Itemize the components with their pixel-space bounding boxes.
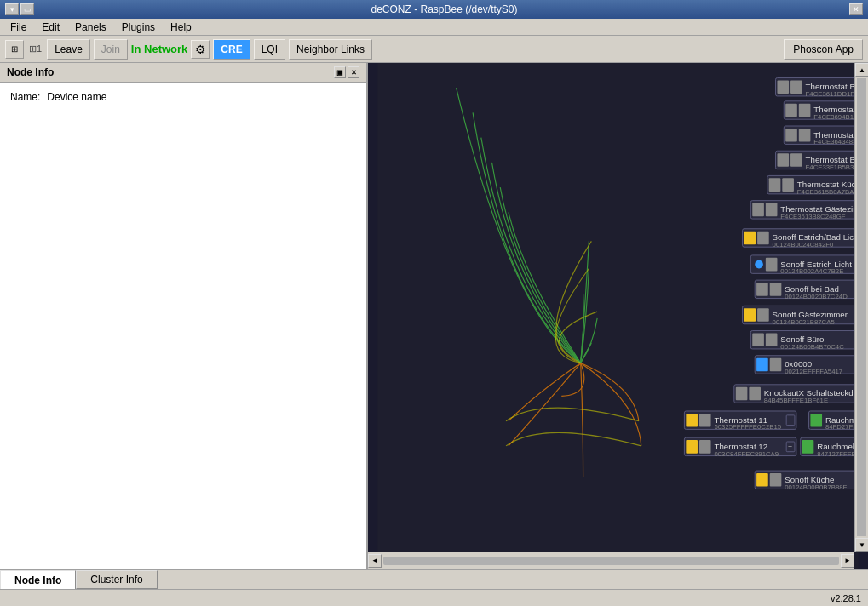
leave-button[interactable]: Leave <box>47 39 90 60</box>
svg-text:00124B00B4B70C4C: 00124B00B4B70C4C <box>780 343 844 351</box>
svg-rect-59 <box>770 283 782 296</box>
horizontal-scrollbar[interactable]: ◄ ► <box>368 552 854 569</box>
scroll-up-btn[interactable]: ▲ <box>855 63 868 77</box>
svg-text:00124B0021B87CA5: 00124B0021B87CA5 <box>773 318 835 326</box>
svg-rect-87 <box>749 387 761 401</box>
menu-plugins[interactable]: Plugins <box>115 20 162 35</box>
device-label: ⊞1 <box>27 43 43 54</box>
svg-text:00212EFFFFA5417: 00212EFFFFA5417 <box>785 368 842 375</box>
scroll-left-btn[interactable]: ◄ <box>368 554 382 568</box>
svg-rect-16 <box>785 129 797 142</box>
svg-text:+: + <box>788 443 792 451</box>
svg-rect-31 <box>782 178 794 192</box>
name-value: Device name <box>47 91 106 103</box>
svg-rect-2 <box>777 80 789 94</box>
svg-text:+: + <box>788 416 792 425</box>
main-layout: Node Info ▣ ✕ Name: Device name <box>0 63 868 569</box>
title-bar: ▾ ▭ deCONZ - RaspBee (/dev/ttyS0) ✕ <box>0 0 868 19</box>
join-button[interactable]: Join <box>94 39 128 60</box>
svg-rect-80 <box>770 358 782 372</box>
menu-edit[interactable]: Edit <box>35 20 66 35</box>
svg-rect-79 <box>756 358 768 372</box>
name-label: Name: <box>10 91 40 103</box>
network-settings-icon[interactable]: ⚙ <box>191 40 210 59</box>
network-view[interactable]: Thermostat Büro F4CE3611DD1F3AE3 + Therm… <box>368 63 868 569</box>
maximize-btn[interactable]: ▭ <box>20 3 34 15</box>
svg-text:50325FFFFFE0C2B15: 50325FFFFFE0C2B15 <box>714 423 781 431</box>
svg-rect-23 <box>777 153 789 167</box>
status-bar: Node Info Cluster Info <box>0 569 868 589</box>
menu-panels[interactable]: Panels <box>68 20 113 35</box>
svg-rect-30 <box>769 178 781 192</box>
svg-rect-66 <box>757 308 769 322</box>
version-bar: v2.28.1 <box>0 589 868 606</box>
menu-help[interactable]: Help <box>164 20 198 35</box>
in-network-label: In Network <box>131 43 187 55</box>
svg-text:F4CE3613B8C248GF: F4CE3613B8C248GF <box>780 213 845 220</box>
svg-rect-108 <box>699 440 711 454</box>
version-label: v2.28.1 <box>831 593 861 603</box>
lqi-button[interactable]: LQI <box>254 39 285 60</box>
neighbor-links-button[interactable]: Neighbor Links <box>289 39 372 60</box>
svg-rect-122 <box>770 473 782 487</box>
svg-text:00124B002A4C7B2E: 00124B002A4C7B2E <box>780 267 843 275</box>
network-canvas: Thermostat Büro F4CE3611DD1F3AE3 + Therm… <box>368 63 868 569</box>
left-panel: Node Info ▣ ✕ Name: Device name <box>0 63 368 569</box>
svg-text:84B45BFFFE1BF61E: 84B45BFFFE1BF61E <box>764 397 828 404</box>
node-info-content: Name: Device name <box>0 83 366 569</box>
restore-btn[interactable]: ▣ <box>334 66 346 78</box>
network-icon[interactable]: ⊞ <box>5 40 24 59</box>
scroll-down-btn[interactable]: ▼ <box>855 538 868 552</box>
node-info-title: Node Info <box>7 66 54 78</box>
scroll-right-btn[interactable]: ► <box>841 554 854 568</box>
svg-rect-121 <box>756 473 768 487</box>
svg-rect-37 <box>752 203 764 217</box>
svg-text:003C84FFEC891CA9: 003C84FFEC891CA9 <box>714 450 779 458</box>
svg-point-51 <box>755 260 763 269</box>
svg-rect-24 <box>790 153 802 167</box>
svg-rect-107 <box>686 440 698 454</box>
phoscon-button[interactable]: Phoscon App <box>784 39 863 60</box>
svg-rect-94 <box>699 414 711 427</box>
svg-rect-58 <box>756 283 768 296</box>
menu-bar: File Edit Panels Plugins Help <box>0 19 868 36</box>
minimize-btn[interactable]: ▾ <box>5 3 19 15</box>
svg-rect-72 <box>752 333 764 346</box>
svg-rect-10 <box>799 104 811 117</box>
svg-text:00124B0020B7C24D: 00124B0020B7C24D <box>785 293 848 300</box>
svg-rect-17 <box>799 129 811 142</box>
svg-rect-3 <box>790 80 802 94</box>
svg-rect-9 <box>785 104 797 117</box>
window-title: deCONZ - RaspBee (/dev/ttyS0) <box>39 3 849 15</box>
close-panel-btn[interactable]: ✕ <box>348 66 359 78</box>
node-info-tab[interactable]: Node Info <box>0 570 76 589</box>
svg-rect-65 <box>744 308 756 322</box>
svg-rect-93 <box>686 414 698 427</box>
cluster-info-tab[interactable]: Cluster Info <box>76 570 157 589</box>
svg-text:00124B00B0B7B88F: 00124B00B0B7B88F <box>785 483 847 491</box>
svg-rect-38 <box>766 203 778 217</box>
svg-rect-73 <box>766 333 778 346</box>
svg-rect-86 <box>736 387 748 401</box>
svg-rect-100 <box>810 414 822 427</box>
close-btn[interactable]: ✕ <box>849 3 863 15</box>
menu-file[interactable]: File <box>3 20 33 35</box>
node-info-header: Node Info ▣ ✕ <box>0 63 366 83</box>
svg-text:00124B0024C842F0: 00124B0024C842F0 <box>773 241 834 249</box>
cre-button[interactable]: CRE <box>213 39 250 60</box>
svg-rect-52 <box>766 258 778 272</box>
svg-rect-114 <box>802 440 814 454</box>
vertical-scrollbar[interactable]: ▲ ▼ <box>854 63 868 552</box>
svg-rect-45 <box>757 232 769 245</box>
svg-rect-44 <box>744 232 756 245</box>
toolbar: ⊞ ⊞1 Leave Join In Network ⚙ CRE LQI Nei… <box>0 36 868 63</box>
